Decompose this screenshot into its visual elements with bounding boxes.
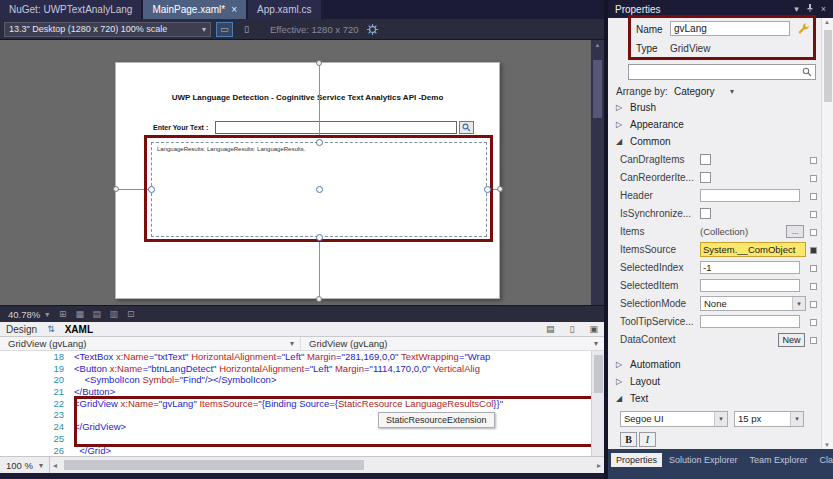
- property-marker[interactable]: [810, 157, 817, 164]
- resize-handle-left[interactable]: [148, 186, 155, 193]
- property-input[interactable]: [700, 189, 800, 202]
- section-header-automation[interactable]: ▷Automation: [608, 357, 821, 374]
- vertical-split-icon[interactable]: ▯: [570, 324, 575, 334]
- property-input[interactable]: [700, 315, 800, 328]
- section-header-appearance[interactable]: ▷Appearance: [608, 117, 821, 134]
- code-line[interactable]: 19<Button x:Name="btnLangDetect" Horizon…: [0, 363, 591, 375]
- landscape-orientation-icon[interactable]: ▭: [216, 22, 233, 37]
- code-line[interactable]: 22<GridView x:Name="gvLang" ItemsSource=…: [0, 398, 591, 410]
- property-marker[interactable]: [810, 193, 817, 200]
- move-handle-center[interactable]: [316, 186, 323, 193]
- scrollbar-thumb[interactable]: [594, 355, 603, 393]
- scroll-up-icon[interactable]: ▲: [824, 19, 830, 25]
- scrollbar-thumb[interactable]: [64, 460, 364, 470]
- window-position-icon[interactable]: ▾: [794, 4, 799, 14]
- properties-vertical-scrollbar[interactable]: ▲ ▼: [821, 18, 833, 449]
- section-header-brush[interactable]: ▷Brush: [608, 100, 821, 117]
- snap-grid-icon[interactable]: ▤: [89, 308, 104, 321]
- name-input[interactable]: [670, 21, 790, 36]
- scroll-down-icon[interactable]: ▼: [824, 442, 830, 448]
- tool-tab-team-explorer[interactable]: Team Explorer: [745, 453, 813, 467]
- chevron-down-icon[interactable]: ▾: [792, 297, 805, 310]
- editor-vertical-scrollbar[interactable]: [591, 351, 604, 456]
- txtText-textbox[interactable]: [215, 121, 457, 134]
- code-line[interactable]: 23: [0, 409, 591, 421]
- scrollbar-thumb[interactable]: [824, 30, 832, 102]
- tab-design[interactable]: Design: [6, 324, 37, 335]
- tool-tab-properties[interactable]: Properties: [611, 453, 662, 467]
- checkbox[interactable]: [700, 172, 711, 183]
- code-line[interactable]: 24</GridView>: [0, 421, 591, 433]
- section-header-layout[interactable]: ▷Layout: [608, 374, 821, 391]
- designer-vertical-scrollbar[interactable]: ▲: [591, 40, 604, 305]
- property-marker[interactable]: [810, 337, 817, 344]
- section-header-common[interactable]: ◢Common: [608, 134, 821, 151]
- chevron-down-icon[interactable]: ▾: [790, 412, 803, 426]
- device-selector-combobox[interactable]: 13.3" Desktop (1280 x 720) 100% scale ▾: [4, 22, 211, 37]
- xaml-code-editor[interactable]: 18<TextBox x:Name="txtText" HorizontalAl…: [0, 351, 591, 456]
- property-marker[interactable]: [810, 319, 817, 326]
- horizontal-split-icon[interactable]: ▤: [546, 324, 555, 334]
- zoom-level-combobox[interactable]: 40.78% ▾: [4, 309, 53, 320]
- property-marker[interactable]: [810, 247, 817, 254]
- property-input-highlighted[interactable]: System.__ComObject: [700, 242, 806, 257]
- code-line[interactable]: 21</Button>: [0, 386, 591, 398]
- checkbox[interactable]: [700, 208, 711, 219]
- show-annotations-icon[interactable]: ⊡: [123, 308, 138, 321]
- property-input[interactable]: -1: [700, 261, 800, 274]
- scroll-right-icon[interactable]: ▸: [597, 461, 601, 470]
- search-properties-input[interactable]: [628, 64, 816, 80]
- find-button[interactable]: [459, 121, 474, 134]
- code-line[interactable]: 18<TextBox x:Name="txtText" HorizontalAl…: [0, 351, 591, 363]
- new-button[interactable]: New: [778, 333, 805, 347]
- property-marker[interactable]: [810, 301, 817, 308]
- close-icon[interactable]: ×: [821, 4, 826, 14]
- fit-selection-icon[interactable]: ⊞: [55, 308, 70, 321]
- tool-tab-class-view[interactable]: Class View: [815, 453, 833, 467]
- doc-tab-mainpage-xaml[interactable]: MainPage.xaml*×: [143, 0, 246, 19]
- close-tab-icon[interactable]: ×: [231, 4, 237, 15]
- code-line[interactable]: 20 <SymbolIcon Symbol="Find"/></SymbolIc…: [0, 374, 591, 386]
- tab-xaml[interactable]: XAML: [65, 324, 93, 335]
- section-header-text[interactable]: ◢Text: [608, 391, 821, 408]
- arrange-by-value[interactable]: Category: [674, 86, 715, 97]
- scroll-left-icon[interactable]: ◂: [53, 461, 57, 470]
- enter-text-label[interactable]: Enter Your Text :: [153, 124, 208, 131]
- resize-handle-top[interactable]: [316, 139, 323, 146]
- property-marker[interactable]: [810, 283, 817, 290]
- code-line[interactable]: 25: [0, 433, 591, 445]
- editor-horizontal-scrollbar[interactable]: ◂ ▸: [50, 457, 604, 473]
- scrollbar-thumb[interactable]: [593, 60, 602, 118]
- show-grid-icon[interactable]: ▦: [72, 308, 87, 321]
- property-input[interactable]: [700, 279, 800, 292]
- pin-icon[interactable]: [806, 4, 814, 14]
- expand-pane-icon[interactable]: ▣: [589, 324, 598, 334]
- element-breadcrumb-right[interactable]: GridView (gvLang) ▾: [301, 337, 604, 351]
- property-marker[interactable]: [810, 175, 817, 182]
- chevron-down-icon[interactable]: ▾: [730, 87, 734, 96]
- bold-button[interactable]: B: [620, 432, 637, 447]
- swap-panes-icon[interactable]: ⇅: [47, 324, 55, 334]
- property-combobox[interactable]: None▾: [700, 296, 806, 311]
- snaplines-icon[interactable]: ▥: [106, 308, 121, 321]
- chevron-down-icon[interactable]: ▾: [714, 412, 727, 426]
- editor-zoom-combobox[interactable]: 100 % ▾: [0, 457, 50, 473]
- property-marker[interactable]: [810, 265, 817, 272]
- property-marker[interactable]: [810, 211, 817, 218]
- scroll-up-icon[interactable]: ▲: [595, 40, 601, 50]
- designer-settings-gear-icon[interactable]: [364, 22, 381, 37]
- resize-handle-bottom[interactable]: [316, 234, 323, 241]
- ellipsis-button[interactable]: ...: [786, 225, 804, 238]
- doc-tab-app-xaml-cs[interactable]: App.xaml.cs: [248, 0, 320, 19]
- property-marker[interactable]: [810, 229, 817, 236]
- design-artboard[interactable]: UWP Language Detection - Coginitive Serv…: [115, 62, 500, 299]
- app-title-textblock[interactable]: UWP Language Detection - Coginitive Serv…: [116, 93, 499, 102]
- font-family-combobox[interactable]: Segoe UI▾: [620, 411, 728, 427]
- font-size-combobox[interactable]: 15 px▾: [734, 411, 804, 427]
- portrait-orientation-icon[interactable]: ▯: [238, 22, 255, 37]
- designer-canvas[interactable]: UWP Language Detection - Coginitive Serv…: [0, 40, 591, 305]
- element-breadcrumb-left[interactable]: GridView (gvLang) ▾: [0, 337, 301, 351]
- checkbox[interactable]: [700, 154, 711, 165]
- doc-tab-nuget-uwptextanalylang[interactable]: NuGet: UWPTextAnalyLang: [0, 0, 141, 19]
- code-line[interactable]: 26 </Grid>: [0, 445, 591, 457]
